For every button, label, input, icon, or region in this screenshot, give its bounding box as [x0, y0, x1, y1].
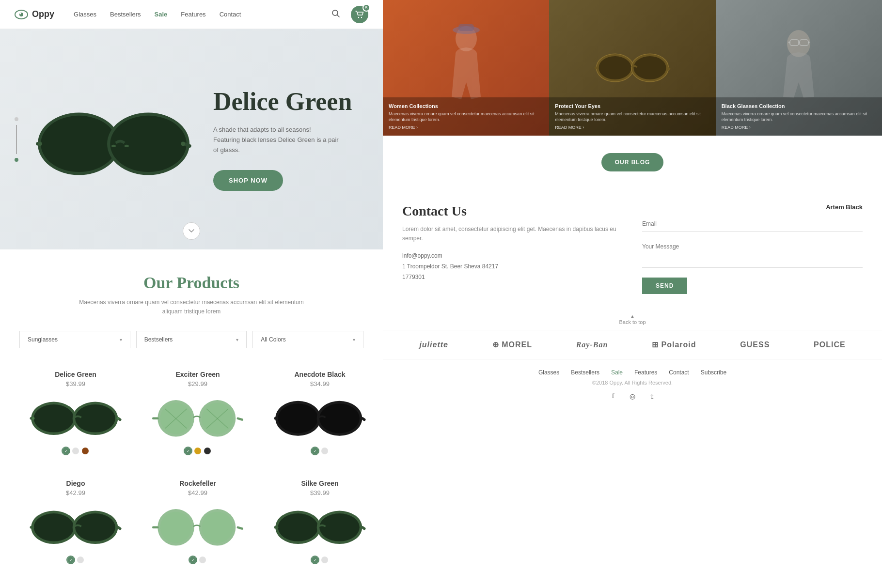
product-image — [27, 393, 124, 442]
sort-filter[interactable]: Bestsellers ▾ — [136, 331, 247, 348]
message-input[interactable] — [642, 239, 863, 268]
color-swatch[interactable] — [312, 448, 318, 454]
color-swatch[interactable] — [194, 448, 201, 454]
facebook-icon[interactable]: f — [607, 390, 619, 402]
footer-social: f ◎ 𝕥 — [397, 390, 867, 402]
color-swatch[interactable] — [185, 448, 191, 454]
color-swatch[interactable] — [321, 448, 328, 454]
brands-section: juliette ⊕ MOREL Ray-Ban ⊞ Polaroid GUES… — [383, 330, 882, 359]
shop-now-button[interactable]: Shop Now — [213, 170, 283, 191]
product-colors — [149, 448, 246, 454]
our-blog-button[interactable]: OUR BLOG — [601, 153, 664, 171]
nav-contact[interactable]: Contact — [220, 11, 241, 18]
email-input[interactable] — [642, 217, 863, 232]
eye-icon — [15, 10, 28, 19]
collection-text: Maecenas viverra ornare quam vel consect… — [389, 111, 543, 123]
collection-title: Women Collections — [389, 103, 543, 109]
collection-card-black[interactable]: Black Glasses Collection Maecenas viverr… — [716, 0, 882, 136]
svg-point-18 — [34, 404, 74, 433]
slide-dot-2[interactable] — [15, 158, 18, 162]
color-swatch[interactable] — [204, 448, 211, 454]
twitter-icon[interactable]: 𝕥 — [646, 390, 658, 402]
contact-form-name: Artem Black — [642, 203, 863, 211]
svg-point-5 — [358, 16, 359, 17]
svg-point-24 — [117, 417, 119, 419]
back-to-top-button[interactable]: ▲ Back to top — [383, 309, 882, 330]
slide-dot-1[interactable] — [15, 117, 18, 121]
logo[interactable]: Oppy — [15, 9, 54, 19]
footer-subscribe[interactable]: Subscribe — [701, 369, 726, 376]
slide-indicators — [15, 117, 18, 162]
svg-line-58 — [362, 527, 364, 529]
blog-btn-container: OUR BLOG — [383, 136, 882, 189]
category-filter[interactable]: Sunglasses ▾ — [19, 331, 130, 348]
product-colors — [271, 557, 368, 563]
svg-point-10 — [110, 115, 186, 171]
color-swatch[interactable] — [189, 557, 196, 563]
footer-contact[interactable]: Contact — [669, 369, 689, 376]
contact-info: Contact Us Lorem dolor sit amet, consect… — [402, 203, 623, 294]
product-image — [27, 502, 124, 551]
nav-features[interactable]: Features — [181, 11, 205, 18]
color-swatch[interactable] — [72, 448, 79, 454]
footer-features[interactable]: Features — [634, 369, 657, 376]
product-name: Rockefeller — [149, 480, 246, 487]
footer-bestsellers[interactable]: Bestsellers — [571, 369, 599, 376]
svg-point-6 — [361, 16, 362, 17]
svg-line-4 — [337, 15, 340, 17]
color-swatch[interactable] — [199, 557, 206, 563]
color-filter[interactable]: All Colors ▾ — [252, 331, 363, 348]
svg-point-20 — [75, 404, 115, 433]
svg-point-50 — [202, 512, 233, 543]
product-card-diego: Diego $42.99 — [19, 472, 132, 571]
color-swatch[interactable] — [312, 557, 318, 563]
products-desc: Maecenas viverra ornare quam vel consect… — [70, 298, 313, 316]
scroll-down-button[interactable] — [183, 222, 200, 240]
brand-rayban: Ray-Ban — [576, 340, 608, 349]
read-more-link[interactable]: READ MORE › — [722, 125, 876, 130]
brand-police: POLICE — [814, 340, 846, 349]
search-button[interactable] — [329, 6, 343, 22]
color-swatch[interactable] — [63, 448, 69, 454]
nav-bestsellers[interactable]: Bestsellers — [110, 11, 141, 18]
product-name: Delice Green — [27, 371, 124, 378]
products-title: Our Products — [19, 274, 363, 292]
color-swatch[interactable] — [82, 448, 89, 454]
send-button[interactable]: SEND — [642, 278, 687, 294]
product-glasses-svg — [271, 505, 368, 548]
svg-point-54 — [278, 513, 318, 542]
svg-point-44 — [75, 513, 115, 542]
read-more-link[interactable]: READ MORE › — [389, 125, 543, 130]
svg-line-67 — [667, 68, 669, 69]
cart-button[interactable]: 5 — [351, 6, 368, 23]
products-section: Our Products Maecenas viverra ornare qua… — [0, 249, 383, 588]
color-swatch[interactable] — [77, 557, 84, 563]
product-glasses-svg — [149, 505, 246, 548]
contact-address: 1 Troompeldor St. Beer Sheva 84217 — [402, 262, 623, 272]
product-price: $39.99 — [27, 380, 124, 387]
chevron-down-icon: ▾ — [353, 337, 355, 342]
collection-card-protect[interactable]: Protect Your Eyes Maecenas viverra ornar… — [549, 0, 715, 136]
contact-phone: 1779301 — [402, 272, 623, 283]
color-swatch[interactable] — [321, 557, 328, 563]
product-card-exciter-green: Exciter Green $29.99 — [142, 363, 254, 462]
product-image — [149, 393, 246, 442]
svg-line-40 — [362, 418, 364, 420]
read-more-link[interactable]: READ MORE › — [555, 125, 709, 130]
right-panel: Women Collections Maecenas viverra ornar… — [383, 0, 882, 588]
collection-card-women[interactable]: Women Collections Maecenas viverra ornar… — [383, 0, 549, 136]
slide-line — [16, 125, 17, 154]
collection-overlay: Women Collections Maecenas viverra ornar… — [383, 97, 549, 136]
instagram-icon[interactable]: ◎ — [627, 390, 638, 402]
nav-glasses[interactable]: Glasses — [74, 11, 96, 18]
product-card-silke-green: Silke Green $39.99 — [264, 472, 376, 571]
footer-glasses[interactable]: Glasses — [538, 369, 559, 376]
nav-sale[interactable]: Sale — [155, 11, 168, 18]
collection-title: Protect Your Eyes — [555, 103, 709, 109]
svg-line-46 — [118, 527, 120, 529]
color-swatch[interactable] — [67, 557, 74, 563]
footer-sale[interactable]: Sale — [611, 369, 623, 376]
product-price: $29.99 — [149, 380, 246, 387]
product-price: $39.99 — [271, 489, 368, 496]
cart-icon — [355, 11, 364, 18]
